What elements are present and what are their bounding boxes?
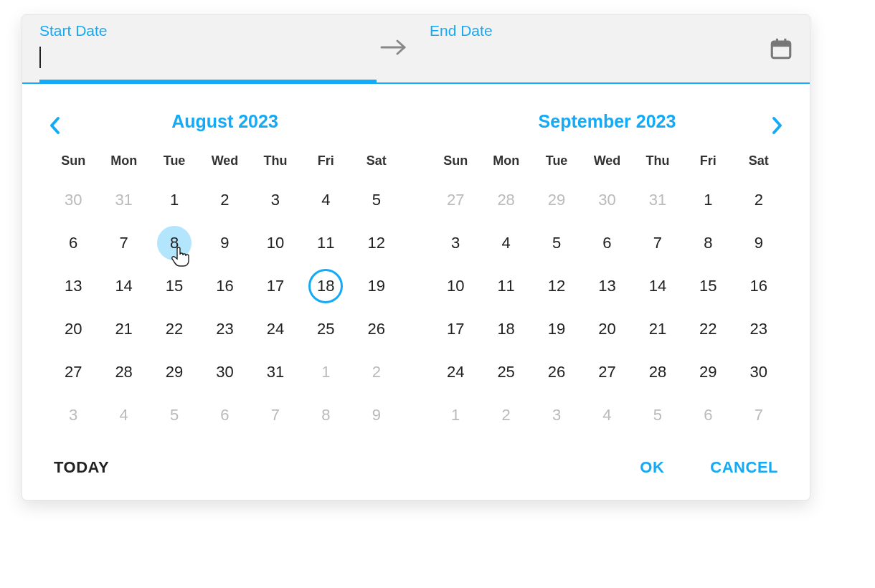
day-cell[interactable]: 22 — [683, 308, 733, 351]
day-cell[interactable]: 10 — [430, 265, 481, 308]
day-cell[interactable]: 20 — [582, 308, 632, 351]
day-cell[interactable]: 4 — [301, 179, 351, 222]
day-cell[interactable]: 1 — [301, 351, 351, 394]
month-title[interactable]: August 2023 — [48, 97, 402, 153]
weekday-header: SunMonTueWedThuFriSat — [430, 153, 784, 179]
month-title[interactable]: September 2023 — [430, 97, 784, 153]
day-cell[interactable]: 3 — [430, 222, 481, 265]
day-cell[interactable]: 6 — [582, 222, 632, 265]
day-cell[interactable]: 23 — [734, 308, 784, 351]
day-cell[interactable]: 2 — [199, 179, 250, 222]
day-cell[interactable]: 28 — [481, 179, 531, 222]
day-cell[interactable]: 1 — [149, 179, 199, 222]
day-cell[interactable]: 3 — [250, 179, 301, 222]
day-cell[interactable]: 13 — [48, 265, 98, 308]
day-cell[interactable]: 14 — [633, 265, 683, 308]
day-cell[interactable]: 7 — [633, 222, 683, 265]
day-cell[interactable]: 8 — [301, 394, 351, 437]
day-cell[interactable]: 7 — [250, 394, 301, 437]
day-cell[interactable]: 25 — [481, 351, 531, 394]
day-cell[interactable]: 9 — [199, 222, 250, 265]
day-cell[interactable]: 30 — [582, 179, 632, 222]
day-cell[interactable]: 7 — [734, 394, 784, 437]
day-cell[interactable]: 31 — [250, 351, 301, 394]
day-cell[interactable]: 4 — [582, 394, 632, 437]
day-cell[interactable]: 10 — [250, 222, 301, 265]
day-cell[interactable]: 24 — [430, 351, 481, 394]
day-cell[interactable]: 20 — [48, 308, 98, 351]
day-cell[interactable]: 5 — [351, 179, 402, 222]
day-cell[interactable]: 6 — [199, 394, 250, 437]
day-cell[interactable]: 5 — [531, 222, 582, 265]
calendar-icon — [769, 37, 793, 61]
day-cell[interactable]: 2 — [351, 351, 402, 394]
day-cell[interactable]: 14 — [98, 265, 148, 308]
calendar-toggle-button[interactable] — [767, 34, 795, 63]
day-cell[interactable]: 4 — [98, 394, 148, 437]
day-cell[interactable]: 28 — [633, 351, 683, 394]
day-cell[interactable]: 18 — [481, 308, 531, 351]
prev-month-button[interactable] — [48, 115, 62, 138]
day-cell[interactable]: 6 — [683, 394, 733, 437]
day-cell[interactable]: 17 — [250, 265, 301, 308]
day-cell[interactable]: 3 — [48, 394, 98, 437]
day-cell[interactable]: 29 — [683, 351, 733, 394]
day-cell[interactable]: 3 — [531, 394, 582, 437]
day-cell[interactable]: 17 — [430, 308, 481, 351]
day-cell[interactable]: 12 — [351, 222, 402, 265]
day-cell[interactable]: 30 — [199, 351, 250, 394]
day-cell[interactable]: 26 — [351, 308, 402, 351]
ok-button[interactable]: OK — [640, 458, 664, 477]
day-cell[interactable]: 1 — [683, 179, 733, 222]
day-cell[interactable]: 8 — [683, 222, 733, 265]
day-cell[interactable]: 5 — [633, 394, 683, 437]
day-cell[interactable]: 2 — [481, 394, 531, 437]
start-date-field[interactable]: Start Date — [22, 15, 377, 82]
day-cell[interactable]: 16 — [199, 265, 250, 308]
today-button[interactable]: TODAY — [54, 458, 109, 477]
cancel-button[interactable]: CANCEL — [710, 458, 778, 477]
next-month-button[interactable] — [770, 115, 784, 138]
day-cell[interactable]: 11 — [481, 265, 531, 308]
day-cell[interactable]: 6 — [48, 222, 98, 265]
day-cell[interactable]: 19 — [351, 265, 402, 308]
day-cell[interactable]: 27 — [430, 179, 481, 222]
day-cell[interactable]: 23 — [199, 308, 250, 351]
day-cell[interactable]: 31 — [98, 179, 148, 222]
day-cell[interactable]: 30 — [734, 351, 784, 394]
week-row: 24252627282930 — [430, 351, 784, 394]
week-row: 13141516171819 — [48, 265, 402, 308]
day-cell[interactable]: 26 — [531, 351, 582, 394]
week-row: 272829303112 — [48, 351, 402, 394]
day-cell[interactable]: 15 — [683, 265, 733, 308]
day-cell[interactable]: 4 — [481, 222, 531, 265]
day-cell[interactable]: 7 — [98, 222, 148, 265]
day-cell[interactable]: 24 — [250, 308, 301, 351]
day-cell[interactable]: 27 — [48, 351, 98, 394]
day-cell[interactable]: 1 — [430, 394, 481, 437]
end-date-field[interactable]: End Date — [412, 15, 767, 82]
day-cell[interactable]: 27 — [582, 351, 632, 394]
day-cell[interactable]: 15 — [149, 265, 199, 308]
day-cell[interactable]: 31 — [633, 179, 683, 222]
day-cell[interactable]: 18 — [301, 265, 351, 308]
day-cell[interactable]: 16 — [734, 265, 784, 308]
day-cell[interactable]: 25 — [301, 308, 351, 351]
day-cell[interactable]: 22 — [149, 308, 199, 351]
day-cell[interactable]: 19 — [531, 308, 582, 351]
day-cell[interactable]: 8 — [149, 222, 199, 265]
day-cell[interactable]: 29 — [531, 179, 582, 222]
day-cell[interactable]: 29 — [149, 351, 199, 394]
day-cell[interactable]: 2 — [734, 179, 784, 222]
day-cell[interactable]: 13 — [582, 265, 632, 308]
day-cell[interactable]: 5 — [149, 394, 199, 437]
day-cell[interactable]: 11 — [301, 222, 351, 265]
day-cell[interactable]: 9 — [734, 222, 784, 265]
day-cell[interactable]: 30 — [48, 179, 98, 222]
weekday-label: Sat — [351, 153, 402, 179]
day-cell[interactable]: 9 — [351, 394, 402, 437]
day-cell[interactable]: 12 — [531, 265, 582, 308]
day-cell[interactable]: 21 — [98, 308, 148, 351]
day-cell[interactable]: 28 — [98, 351, 148, 394]
day-cell[interactable]: 21 — [633, 308, 683, 351]
